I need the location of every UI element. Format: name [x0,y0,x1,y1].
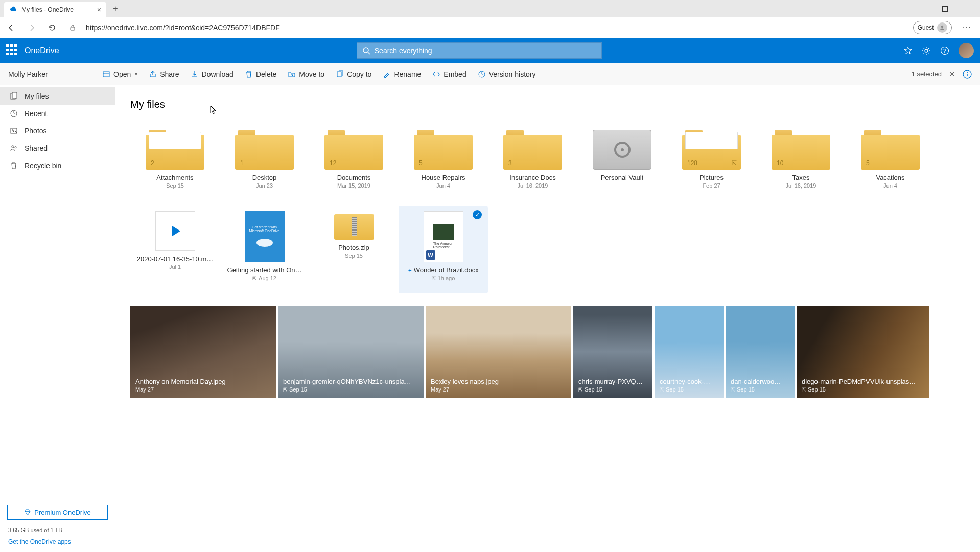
open-button[interactable]: Open▾ [98,68,142,80]
zip-thumb-icon [334,211,374,240]
tab-strip: My files - OneDrive × + [0,0,980,17]
download-button[interactable]: Download [186,68,238,80]
folder-tile[interactable]: 5House RepairsJun 4 [399,125,488,201]
folder-tile[interactable]: 12DocumentsMar 15, 2019 [309,125,399,201]
svg-text:?: ? [943,48,946,54]
embed-icon [432,70,440,78]
get-apps-link[interactable]: Get the OneDrive apps [0,535,115,552]
svg-point-5 [941,26,943,28]
move-to-button[interactable]: Move to [284,68,329,80]
storage-text: 3.65 GB used of 1 TB [0,525,115,535]
shared-indicator-icon: ⇱ [283,387,287,393]
recycle-icon [9,161,18,170]
onedrive-favicon-icon [9,6,17,14]
brand-label[interactable]: OneDrive [25,46,59,55]
forward-button[interactable] [25,20,39,35]
browser-menu-button[interactable]: ··· [958,23,976,32]
photo-date: ⇱ Sep 15 [660,386,718,393]
close-window-button[interactable] [956,1,980,16]
folder-tile[interactable]: 3Insurance DocsJul 16, 2019 [488,125,577,201]
command-bar: Molly Parker Open▾ Share Download Delete… [0,63,980,85]
video-thumb-icon [155,211,195,251]
version-history-button[interactable]: Version history [474,68,540,80]
photo-date: May 27 [135,386,271,393]
selection-count: 1 selected [912,70,942,78]
share-icon [149,70,157,78]
premium-button[interactable]: Premium OneDrive [7,505,108,520]
svg-rect-19 [12,92,17,98]
diamond-icon [24,509,31,516]
guest-label: Guest [918,24,934,31]
premium-icon[interactable] [903,46,913,55]
minimize-button[interactable] [909,1,933,16]
delete-button[interactable]: Delete [241,68,281,80]
photo-date: ⇱ Sep 15 [578,386,647,393]
folder-tile[interactable]: 5VacationsJun 4 [846,125,935,201]
sidenav-photos[interactable]: Photos [0,122,115,140]
file-date: Jul 1 [169,264,181,270]
url-field[interactable]: https://onedrive.live.com/?id=root&cid=2… [86,24,907,32]
file-tile[interactable]: Get started withMicrosoft OneDriveGettin… [220,206,309,293]
lock-icon[interactable] [65,20,80,35]
back-button[interactable] [4,20,18,35]
folder-name: Personal Vault [601,174,644,181]
folder-name: Attachments [156,174,193,181]
sidenav-recent[interactable]: Recent [0,105,115,122]
file-date: Sep 15 [345,252,363,259]
browser-tab[interactable]: My files - OneDrive × [4,2,106,17]
close-tab-icon[interactable]: × [97,6,101,14]
user-avatar[interactable] [959,43,974,58]
docx-thumb-icon: The AmazonRainforestW [424,211,463,262]
app-launcher-icon[interactable] [6,44,18,57]
svg-point-8 [925,49,928,52]
embed-button[interactable]: Embed [428,68,470,80]
file-name: Getting started with On… [227,266,302,274]
folder-tile[interactable]: 10TaxesJul 16, 2019 [756,125,846,201]
sidenav-recycle-bin[interactable]: Recycle bin [0,157,115,174]
folder-name: Vacations [876,174,904,181]
file-tile[interactable]: ✓The AmazonRainforestW✦ Wonder of Brazil… [399,206,488,293]
file-tile[interactable]: Photos.zipSep 15 [309,206,399,293]
folder-tile[interactable]: 128⇱PicturesFeb 27 [667,125,756,201]
folder-date: Jun 23 [256,182,273,189]
search-input[interactable] [375,47,596,55]
folder-icon: 12 [324,130,383,170]
folder-tile[interactable]: Personal Vault [577,125,667,201]
rename-button[interactable]: Rename [379,68,425,80]
help-icon[interactable]: ? [940,46,949,55]
clear-selection-button[interactable]: ✕ [949,70,955,79]
photo-tile[interactable]: chris-murray-PXVQ…⇱ Sep 15 [573,306,652,398]
photo-tile[interactable]: diego-marin-PeDMdPVVUik-unsplas…⇱ Sep 15 [797,306,929,398]
profile-button[interactable]: Guest [913,21,952,34]
onedrive-header: OneDrive ? [0,38,980,63]
sidenav-my-files[interactable]: My files [0,87,115,105]
photo-tile[interactable]: dan-calderwoo…⇱ Sep 15 [726,306,795,398]
photo-date: ⇱ Sep 15 [731,386,789,393]
settings-icon[interactable] [922,46,931,55]
info-icon[interactable] [963,70,972,79]
file-name: 2020-07-01 16-35-10.m… [137,255,214,263]
sidenav-shared[interactable]: Shared [0,140,115,157]
search-box[interactable] [357,42,602,59]
page-title: My files [130,99,965,110]
download-icon [191,70,199,78]
photo-tile[interactable]: courtney-cook-…⇱ Sep 15 [655,306,724,398]
shared-indicator-icon: ⇱ [578,387,582,393]
folder-tile[interactable]: 1DesktopJun 23 [220,125,309,201]
photo-tile[interactable]: benjamin-gremler-qONhYBVNz1c-unspla…⇱ Se… [278,306,424,398]
photo-name: dan-calderwoo… [731,378,789,385]
maximize-button[interactable] [933,1,956,16]
copy-to-button[interactable]: Copy to [332,68,376,80]
refresh-button[interactable] [45,20,59,35]
shared-icon [9,144,18,153]
file-tile[interactable]: 2020-07-01 16-35-10.m…Jul 1 [130,206,220,293]
folder-tile[interactable]: 2AttachmentsSep 15 [130,125,220,201]
share-button[interactable]: Share [145,68,183,80]
photo-tile[interactable]: Bexley loves naps.jpegMay 27 [426,306,571,398]
selected-check-icon[interactable]: ✓ [473,210,482,219]
folder-name: Desktop [252,174,277,181]
photo-tile[interactable]: Anthony on Memorial Day.jpegMay 27 [130,306,276,398]
folder-icon: 2 [146,130,204,170]
new-tab-button[interactable]: + [108,2,123,16]
shared-indicator-icon: ⇱ [802,387,806,393]
